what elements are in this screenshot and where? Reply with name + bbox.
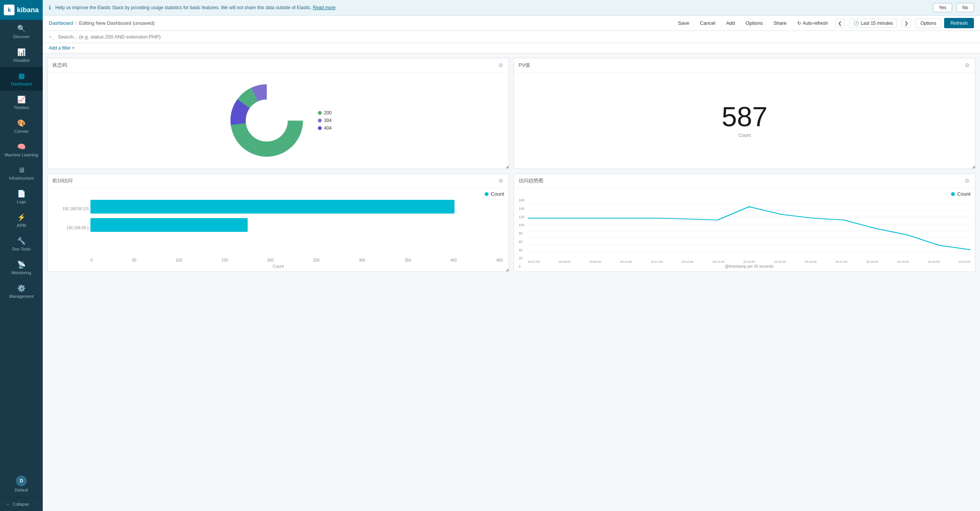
collapse-button[interactable]: ← Collapse (0, 497, 43, 511)
status-panel-header: 状态码 ⚙ (48, 58, 509, 72)
options-btn-secondary[interactable]: Options (916, 18, 941, 28)
resize-handle-top10[interactable]: ◢ (503, 266, 509, 272)
visualize-icon: 📊 (17, 48, 26, 56)
main-content: ℹ Help us improve the Elastic Stack by p… (43, 0, 980, 511)
refresh-button[interactable]: Refresh (944, 18, 974, 28)
canvas-icon: 🎨 (17, 119, 26, 127)
breadcrumb-link[interactable]: Dashboard (49, 20, 73, 26)
sidebar-label-ml: Machine Learning (5, 153, 38, 157)
status-panel-gear[interactable]: ⚙ (498, 61, 504, 69)
sidebar-label-logs: Logs (17, 199, 26, 204)
search-bar: >_ (43, 31, 980, 43)
options-button[interactable]: Options (743, 19, 766, 27)
visit-trend-gear[interactable]: ⚙ (964, 177, 970, 185)
read-more-link[interactable]: Read more (313, 5, 335, 10)
time-chevron-right[interactable]: ❯ (902, 19, 911, 28)
sidebar-label-infrastructure: Infrastructure (9, 176, 34, 180)
management-icon: ⚙️ (17, 284, 26, 292)
options-refresh-group: Options Refresh (916, 18, 974, 28)
sidebar-item-infrastructure[interactable]: 🖥 Infrastructure (0, 162, 43, 185)
pv-panel-header: PV值 ⚙ (514, 58, 975, 72)
sidebar-item-canvas[interactable]: 🎨 Canvas (0, 114, 43, 138)
top10-panel-body: Count 192.168.59.131 192.168.59.1 0 50 1… (48, 188, 509, 272)
status-panel-body: 200 304 404 ◢ (48, 72, 509, 169)
discover-icon: 🔍 (17, 24, 26, 33)
legend-dot-404 (318, 126, 322, 130)
cancel-button[interactable]: Cancel (697, 19, 718, 27)
pv-panel-title: PV值 (519, 62, 530, 69)
logo-label: kibana (17, 6, 39, 14)
line-legend: Count (519, 191, 970, 197)
legend-dot-200 (318, 111, 322, 115)
yes-button[interactable]: Yes (933, 3, 952, 12)
sidebar-item-management[interactable]: ⚙️ Management (0, 280, 43, 303)
user-label: Default (15, 488, 28, 492)
sidebar-item-logs[interactable]: 📄 Logs (0, 185, 43, 209)
line-chart-wrapper: 20:07:00 20:08:00 20:09:00 20:10:00 20:1… (528, 198, 970, 268)
sidebar-item-ml[interactable]: 🧠 Machine Learning (0, 138, 43, 162)
share-button[interactable]: Share (770, 19, 790, 27)
time-chevron-left[interactable]: ❮ (835, 19, 845, 28)
sidebar-label-management: Management (9, 294, 34, 299)
sidebar-item-discover[interactable]: 🔍 Discover (0, 20, 43, 43)
top10-panel-gear[interactable]: ⚙ (498, 177, 504, 185)
bar-legend: Count (52, 191, 504, 197)
sidebar-label-dashboard: Dashboard (11, 82, 32, 86)
sidebar-label-canvas: Canvas (14, 129, 28, 133)
x-axis: 0 50 100 150 200 250 300 350 400 450 (52, 257, 504, 262)
donut-legend: 200 304 404 (318, 110, 332, 131)
plus-icon: + (72, 45, 74, 51)
sidebar-item-timelion[interactable]: 📈 Timelion (0, 91, 43, 114)
visit-trend-body: Count 0 20 40 60 80 100 120 1 (514, 188, 975, 272)
dashboard-row-2: 前10访问 ⚙ Count 192.168.59.131 192.168.59.… (47, 174, 975, 272)
auto-refresh-label: Auto-refresh (803, 21, 828, 26)
visit-trend-header: 访问趋势图 ⚙ (514, 174, 975, 188)
collapse-arrow-icon: ← (6, 502, 10, 506)
info-icon: ℹ (49, 5, 51, 11)
bar-ip-label-2: 192.168.59.1 (52, 226, 89, 230)
top10-panel-title: 前10访问 (52, 177, 73, 184)
save-button[interactable]: Save (675, 19, 693, 27)
no-button[interactable]: No (957, 3, 974, 12)
topbar-actions: Save Cancel Add Options Share ↻ Auto-ref… (675, 18, 974, 28)
sidebar-label-discover: Discover (13, 34, 30, 39)
sidebar-item-monitoring[interactable]: 📡 Monitoring (0, 256, 43, 280)
sidebar-item-dashboard[interactable]: ▦ Dashboard (0, 67, 43, 91)
add-button[interactable]: Add (723, 19, 738, 27)
sidebar-label-monitoring: Monitoring (11, 270, 31, 275)
bar-ip-label-1: 192.168.59.131 (52, 207, 89, 211)
y-axis-labels: 0 20 40 60 80 100 120 140 160 (519, 198, 528, 268)
resize-handle-pv[interactable]: ◢ (970, 163, 975, 169)
sidebar-user[interactable]: D Default (0, 471, 43, 497)
visit-trend-title: 访问趋势图 (519, 177, 543, 184)
clock-icon: 🕐 (853, 21, 859, 26)
banner: ℹ Help us improve the Elastic Stack by p… (43, 0, 980, 16)
sidebar-label-timelion: Timelion (13, 105, 29, 110)
sidebar-item-devtools[interactable]: 🔧 Dev Tools (0, 232, 43, 256)
topbar: Dashboard / Editing New Dashboard (unsav… (43, 16, 980, 31)
infrastructure-icon: 🖥 (18, 166, 25, 174)
legend-item-404: 404 (318, 125, 332, 131)
bar-fill-1 (90, 200, 455, 214)
metric-value: 587 (722, 103, 767, 130)
donut-chart: 200 304 404 (54, 79, 503, 162)
auto-refresh-button[interactable]: ↻ Auto-refresh (794, 19, 831, 27)
visit-trend-panel: 访问趋势图 ⚙ Count 0 20 40 (514, 174, 975, 272)
refresh-cycle-icon: ↻ (797, 21, 801, 26)
add-filter-button[interactable]: Add a filter + (49, 45, 74, 51)
pv-panel-gear[interactable]: ⚙ (964, 61, 970, 69)
collapse-label: Collapse (13, 502, 29, 506)
resize-handle[interactable]: ◢ (503, 163, 509, 169)
sidebar-item-apm[interactable]: ⚡ APM (0, 209, 43, 232)
sidebar-label-apm: APM (17, 223, 26, 228)
sidebar-item-visualize[interactable]: 📊 Visualize (0, 43, 43, 67)
logo[interactable]: k kibana (0, 0, 43, 20)
line-legend-dot (951, 192, 955, 196)
search-input[interactable] (58, 34, 974, 40)
time-label: Last 15 minutes (861, 21, 893, 26)
status-panel: 状态码 ⚙ (47, 58, 509, 169)
sidebar-bottom: D Default ← Collapse (0, 471, 43, 511)
legend-item-200: 200 (318, 110, 332, 116)
sidebar: k kibana 🔍 Discover 📊 Visualize ▦ Dashbo… (0, 0, 43, 511)
time-picker[interactable]: 🕐 Last 15 minutes (849, 19, 897, 28)
